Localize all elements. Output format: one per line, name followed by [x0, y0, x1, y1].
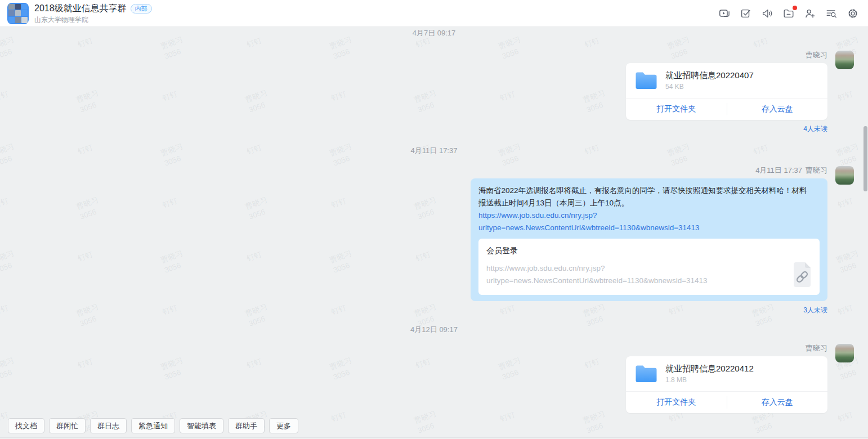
- video-meeting-icon[interactable]: [718, 7, 731, 20]
- chat-body: 曹晓习 3056钉钉曹晓习 3056钉钉曹晓习 3056钉钉曹晓习 3056钉钉…: [0, 27, 868, 439]
- add-member-icon[interactable]: [804, 7, 816, 20]
- group-avatar-tile: [8, 17, 15, 23]
- header-icon-row: [718, 7, 859, 20]
- time-divider: 4月12日 09:17: [0, 325, 868, 335]
- time-divider: 4月7日 09:17: [0, 28, 868, 38]
- file-card-main[interactable]: 就业招聘信息20220407 54 KB: [626, 63, 827, 98]
- open-folder-button[interactable]: 打开文件夹: [626, 104, 727, 114]
- group-avatar-tile: [15, 4, 21, 10]
- files-icon[interactable]: [782, 7, 795, 20]
- group-avatar-tile: [21, 10, 28, 16]
- save-to-cloud-button[interactable]: 存入云盘: [727, 104, 828, 114]
- settings-icon[interactable]: [847, 7, 859, 20]
- folder-icon: [635, 71, 657, 90]
- internal-badge: 内部: [131, 4, 152, 14]
- sender-name: 曹晓习: [806, 344, 827, 353]
- toolbar-group-log[interactable]: 群日志: [90, 418, 127, 433]
- folder-icon: [635, 364, 657, 383]
- message-link[interactable]: https://www.job.sdu.edu.cn/nry.jsp?: [478, 209, 820, 222]
- announcement-icon[interactable]: [761, 7, 773, 20]
- open-folder-button[interactable]: 打开文件夹: [626, 397, 727, 407]
- message-bubble: 海南省2022年选调报名即将截止，有报名意向的同学，请尽快按照通知要求提交相关材…: [471, 178, 827, 301]
- sender-name: 曹晓习: [806, 51, 827, 60]
- file-name: 就业招聘信息20220412: [665, 364, 754, 374]
- unread-count[interactable]: 3人未读: [803, 306, 827, 315]
- toolbar-smart-form[interactable]: 智能填表: [180, 418, 223, 433]
- file-card: 就业招聘信息20220412 1.8 MB 打开文件夹 存入云盘: [626, 356, 827, 413]
- message-link[interactable]: urltype=news.NewsContentUrl&wbtreeid=113…: [478, 222, 820, 234]
- toolbar-more[interactable]: 更多: [269, 418, 298, 433]
- time-divider: 4月11日 17:37: [0, 146, 868, 156]
- unread-count[interactable]: 4人未读: [803, 124, 827, 133]
- toolbar-urgent-notice[interactable]: 紧急通知: [131, 418, 175, 433]
- group-title: 2018级就业信息共享群: [34, 4, 127, 13]
- group-avatar-tile: [8, 4, 15, 10]
- group-avatar-tile: [8, 10, 15, 16]
- notification-dot: [793, 6, 797, 10]
- group-avatar[interactable]: [7, 3, 29, 24]
- group-toolbar: 找文档 群闲忙 群日志 紧急通知 智能填表 群助手 更多: [8, 418, 298, 433]
- toolbar-group-status[interactable]: 群闲忙: [49, 418, 86, 433]
- message-time: 4月11日 17:37: [755, 166, 802, 174]
- link-title: 会员登录: [486, 245, 812, 256]
- scrollbar-thumb[interactable]: [863, 126, 867, 191]
- link-preview-card[interactable]: 会员登录 https://www.job.sdu.edu.cn/nry.jsp?…: [478, 239, 820, 295]
- message-text-link: 4月11日 17:37曹晓习 海南省2022年选调报名即将截止，有报名意向的同学…: [0, 166, 868, 315]
- group-avatar-tile: [15, 10, 21, 16]
- message-stream: 4月7日 09:17 曹晓习: [0, 28, 868, 413]
- dingtalk-chat-window: 2018级就业信息共享群 内部 山东大学物理学院: [0, 0, 868, 439]
- search-history-icon[interactable]: [825, 7, 838, 20]
- save-to-cloud-button[interactable]: 存入云盘: [727, 397, 828, 407]
- input-area-divider: [0, 437, 868, 438]
- sender-avatar[interactable]: [835, 166, 854, 185]
- group-avatar-tile: [21, 4, 28, 10]
- message-file-20220407: 曹晓习 就业招聘信息20220407 54 KB: [0, 51, 868, 133]
- group-avatar-tile: [15, 17, 21, 23]
- message-line: 海南省2022年选调报名即将截止，有报名意向的同学，请尽快按照通知要求提交相关材…: [478, 185, 820, 197]
- todo-icon[interactable]: [740, 7, 752, 20]
- file-card-main[interactable]: 就业招聘信息20220412 1.8 MB: [626, 356, 827, 391]
- link-url-line: urltype=news.NewsContentUrl&wbtreeid=113…: [486, 275, 785, 287]
- group-subtitle: 山东大学物理学院: [34, 16, 152, 23]
- link-document-icon: [793, 261, 812, 288]
- file-name: 就业招聘信息20220407: [665, 70, 754, 80]
- file-size: 1.8 MB: [665, 376, 754, 384]
- sender-avatar[interactable]: [835, 344, 854, 362]
- sender-avatar[interactable]: [835, 51, 854, 69]
- message-line: 报送截止时间4月13日（本周三）上午10点。: [478, 197, 820, 209]
- toolbar-group-assistant[interactable]: 群助手: [228, 418, 265, 433]
- toolbar-find-docs[interactable]: 找文档: [8, 418, 44, 433]
- file-size: 54 KB: [665, 83, 754, 91]
- chat-header: 2018级就业信息共享群 内部 山东大学物理学院: [0, 0, 868, 27]
- file-card: 就业招聘信息20220407 54 KB 打开文件夹 存入云盘: [626, 63, 827, 120]
- link-url-line: https://www.job.sdu.edu.cn/nry.jsp?: [486, 262, 785, 275]
- sender-name: 曹晓习: [806, 166, 827, 174]
- message-file-20220412: 曹晓习 就业招聘信息20220412 1.8 MB: [0, 344, 868, 413]
- group-avatar-tile: [21, 17, 28, 23]
